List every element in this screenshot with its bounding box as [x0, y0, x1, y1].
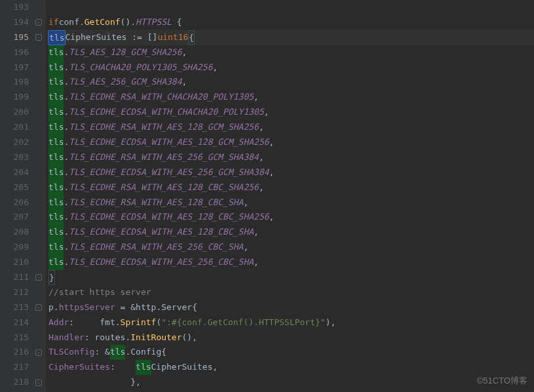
- line-number[interactable]: 209: [0, 240, 29, 255]
- line-number[interactable]: 217: [0, 360, 29, 375]
- watermark-text: ©51CTO博客: [477, 375, 527, 387]
- code-line[interactable]: //start https server: [48, 285, 534, 300]
- code-line[interactable]: tls.TLS_AES_256_GCM_SHA384,: [48, 75, 534, 90]
- code-line[interactable]: tls.TLS_ECDHE_ECDSA_WITH_AES_128_GCM_SHA…: [48, 135, 534, 150]
- code-line[interactable]: Addr: fmt.Sprintf(":#{conf.GetConf().HTT…: [48, 315, 534, 330]
- code-line[interactable]: tls.TLS_ECDHE_RSA_WITH_AES_256_GCM_SHA38…: [48, 150, 534, 165]
- line-number[interactable]: 218: [0, 375, 29, 390]
- line-number[interactable]: 205: [0, 180, 29, 195]
- line-number[interactable]: 211: [0, 270, 29, 285]
- code-line[interactable]: tls.TLS_ECDHE_RSA_WITH_AES_128_CBC_SHA25…: [48, 180, 534, 195]
- code-line[interactable]: tls.TLS_ECDHE_ECDSA_WITH_AES_256_GCM_SHA…: [48, 165, 534, 180]
- line-number[interactable]: 195: [0, 30, 29, 45]
- line-number[interactable]: 206: [0, 195, 29, 210]
- line-number[interactable]: 215: [0, 330, 29, 345]
- line-number[interactable]: 213: [0, 300, 29, 315]
- line-number[interactable]: 193: [0, 0, 29, 15]
- code-editor: 1931941951961971981992002012022032042052…: [0, 0, 534, 392]
- line-number[interactable]: 212: [0, 285, 29, 300]
- code-line[interactable]: tlsCipherSuites := []uint16{: [48, 30, 534, 45]
- code-line[interactable]: tls.TLS_ECDHE_RSA_WITH_AES_128_CBC_SHA,: [48, 195, 534, 210]
- fold-toggle-icon[interactable]: -: [35, 19, 42, 26]
- code-line[interactable]: tls.TLS_CHACHA20_POLY1305_SHA256,: [48, 60, 534, 75]
- fold-gutter: -------: [34, 0, 46, 392]
- code-line[interactable]: },: [48, 375, 534, 390]
- code-line[interactable]: p.httpsServer = &http.Server{: [48, 300, 534, 315]
- fold-toggle-icon[interactable]: -: [35, 274, 42, 281]
- code-line[interactable]: tls.TLS_ECDHE_RSA_WITH_AES_256_CBC_SHA,: [48, 240, 534, 255]
- line-number[interactable]: 208: [0, 225, 29, 240]
- line-number[interactable]: 197: [0, 60, 29, 75]
- line-number[interactable]: 202: [0, 135, 29, 150]
- fold-toggle-icon[interactable]: -: [35, 304, 42, 311]
- line-number[interactable]: 207: [0, 210, 29, 225]
- line-number[interactable]: 198: [0, 75, 29, 90]
- code-line[interactable]: tls.TLS_ECDHE_ECDSA_WITH_AES_128_CBC_SHA…: [48, 225, 534, 240]
- code-line[interactable]: TLSConfig: &tls.Config{: [48, 345, 534, 360]
- code-line[interactable]: Handler: routes.InitRouter(),: [48, 330, 534, 345]
- code-area[interactable]: if conf.GetConf().HTTPSSL { tlsCipherSui…: [46, 0, 534, 392]
- fold-toggle-icon[interactable]: -: [35, 380, 42, 386]
- code-line[interactable]: CipherSuites: tlsCipherSuites,: [48, 360, 534, 375]
- code-line[interactable]: }: [48, 270, 534, 285]
- line-number[interactable]: 200: [0, 105, 29, 120]
- fold-toggle-icon[interactable]: -: [35, 34, 42, 41]
- code-line[interactable]: [48, 0, 534, 15]
- code-line[interactable]: tls.TLS_ECDHE_RSA_WITH_CHACHA20_POLY1305…: [48, 90, 534, 105]
- line-number[interactable]: 210: [0, 255, 29, 270]
- code-line[interactable]: tls.TLS_ECDHE_RSA_WITH_AES_128_GCM_SHA25…: [48, 120, 534, 135]
- code-line[interactable]: tls.TLS_AES_128_GCM_SHA256,: [48, 45, 534, 60]
- line-number[interactable]: 204: [0, 165, 29, 180]
- fold-toggle-icon[interactable]: -: [35, 349, 42, 356]
- line-number[interactable]: 199: [0, 90, 29, 105]
- line-number[interactable]: 201: [0, 120, 29, 135]
- code-line[interactable]: tls.TLS_ECDHE_ECDSA_WITH_AES_128_CBC_SHA…: [48, 210, 534, 225]
- line-number[interactable]: 194: [0, 15, 29, 30]
- code-line[interactable]: if conf.GetConf().HTTPSSL {: [48, 15, 534, 30]
- code-line[interactable]: tls.TLS_ECDHE_ECDSA_WITH_AES_256_CBC_SHA…: [48, 255, 534, 270]
- line-number[interactable]: 203: [0, 150, 29, 165]
- line-number[interactable]: 216: [0, 345, 29, 360]
- line-number-gutter: 1931941951961971981992002012022032042052…: [0, 0, 34, 392]
- code-line[interactable]: tls.TLS_ECDHE_ECDSA_WITH_CHACHA20_POLY13…: [48, 105, 534, 120]
- line-number[interactable]: 214: [0, 315, 29, 330]
- line-number[interactable]: 196: [0, 45, 29, 60]
